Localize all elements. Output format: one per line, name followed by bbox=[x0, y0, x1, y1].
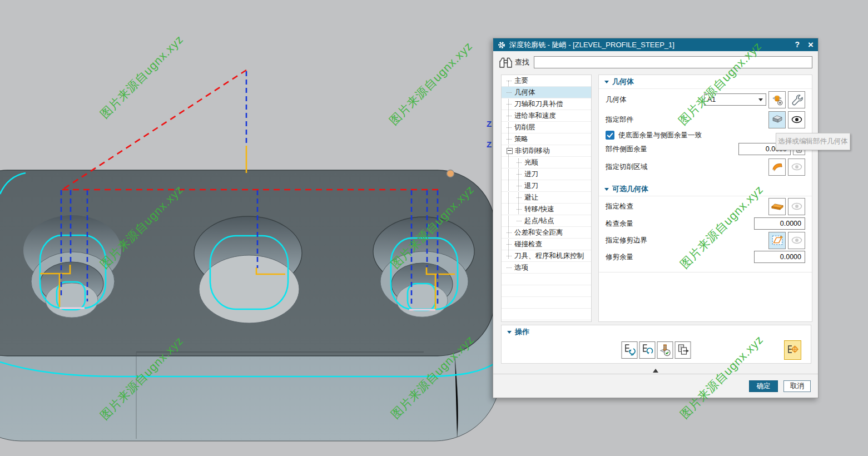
help-button[interactable]: ? bbox=[795, 38, 800, 51]
action-buttons bbox=[622, 341, 691, 359]
tree-connector bbox=[517, 197, 522, 198]
geometry-combobox[interactable]: A1 bbox=[704, 93, 766, 106]
binoculars-icon bbox=[499, 56, 513, 69]
search-row: 查找 bbox=[499, 55, 812, 70]
section-header-actions[interactable]: 操作 bbox=[502, 325, 811, 339]
dialog-nav-tree: 主要几何体刀轴和刀具补偿进给率和速度切削层策略非切削移动光顺进刀退刀避让转移/快… bbox=[501, 75, 592, 322]
search-input[interactable] bbox=[534, 56, 812, 68]
check-stock-row: 检查余量 bbox=[599, 216, 812, 231]
close-button[interactable]: × bbox=[808, 38, 814, 51]
select-check-geometry-button[interactable] bbox=[768, 198, 786, 215]
tree-connector bbox=[507, 139, 512, 140]
display-check-geometry-button[interactable] bbox=[788, 198, 805, 215]
checkbox-checked-icon[interactable] bbox=[606, 131, 614, 140]
section-header-geometry[interactable]: 几何体 bbox=[599, 75, 812, 89]
z-axis-label: Z bbox=[487, 140, 492, 148]
display-trim-boundary-button[interactable] bbox=[788, 232, 805, 249]
nav-item[interactable]: 几何体 bbox=[502, 87, 591, 98]
display-toolpath-button[interactable] bbox=[784, 340, 801, 360]
chevron-down-icon bbox=[604, 188, 609, 191]
dialog-right-panel: 几何体 几何体 A1 bbox=[598, 75, 812, 322]
nav-item-label: 几何体 bbox=[514, 88, 535, 97]
ok-button[interactable]: 确定 bbox=[749, 380, 778, 392]
nav-item-label: 避让 bbox=[524, 193, 538, 202]
panel-divider bbox=[599, 272, 812, 272]
edit-geometry-button[interactable] bbox=[788, 91, 805, 108]
nav-item[interactable]: 选项 bbox=[502, 262, 591, 274]
chevron-down-icon bbox=[758, 98, 763, 101]
tree-connector bbox=[507, 81, 512, 81]
cut-area-icon bbox=[771, 161, 783, 172]
verify-toolpath-icon bbox=[658, 343, 672, 357]
chevron-down-icon bbox=[507, 331, 512, 334]
generate-toolpath-button[interactable] bbox=[622, 341, 638, 359]
footer-divider bbox=[493, 374, 818, 374]
section-header-optional-geometry[interactable]: 可选几何体 bbox=[599, 182, 812, 196]
nav-item[interactable]: 公差和安全距离 bbox=[502, 227, 591, 239]
nav-filler-row bbox=[502, 297, 591, 309]
tree-connector bbox=[507, 92, 512, 93]
tree-connector bbox=[517, 186, 522, 186]
new-geometry-icon bbox=[771, 93, 783, 106]
nav-item[interactable]: 策略 bbox=[502, 133, 591, 145]
new-geometry-button[interactable] bbox=[768, 91, 786, 108]
eye-icon bbox=[791, 116, 802, 123]
nav-item-label: 进刀 bbox=[524, 170, 538, 179]
trim-stock-row: 修剪余量 bbox=[599, 250, 812, 264]
generate-toolpath-icon bbox=[623, 343, 636, 357]
trim-stock-label: 修剪余量 bbox=[606, 252, 633, 262]
list-output-button[interactable] bbox=[675, 341, 691, 359]
wrench-icon bbox=[791, 93, 803, 106]
nav-item-label: 进给率和速度 bbox=[514, 111, 556, 121]
nav-item[interactable]: 退刀 bbox=[502, 180, 591, 192]
nav-item[interactable]: 起点/钻点 bbox=[502, 215, 591, 227]
eye-disabled-icon bbox=[791, 236, 802, 244]
nav-item[interactable]: 切削层 bbox=[502, 122, 591, 133]
nav-item[interactable]: 进给率和速度 bbox=[502, 110, 591, 122]
display-cut-area-button[interactable] bbox=[788, 158, 805, 176]
nav-item[interactable]: 光顺 bbox=[502, 157, 591, 168]
nav-item[interactable]: 避让 bbox=[502, 192, 591, 204]
trim-stock-input[interactable] bbox=[754, 251, 805, 263]
tree-connector bbox=[517, 162, 522, 163]
collapse-minus-icon[interactable] bbox=[507, 148, 513, 154]
nav-item[interactable]: 碰撞检查 bbox=[502, 239, 591, 250]
select-cut-area-button[interactable] bbox=[768, 158, 786, 176]
replay-toolpath-button[interactable] bbox=[639, 341, 656, 359]
collapse-dialog-button[interactable] bbox=[653, 369, 658, 373]
dialog-titlebar[interactable]: 深度轮廓铣 - 陡峭 - [ZLEVEL_PROFILE_STEEP_1] ? … bbox=[493, 38, 818, 51]
specify-part-row: 指定部件 bbox=[599, 110, 812, 129]
nav-item-label: 碰撞检查 bbox=[514, 240, 542, 249]
nav-item-label: 公差和安全距离 bbox=[514, 228, 563, 237]
check-stock-input[interactable] bbox=[754, 217, 805, 230]
nav-item[interactable]: 刀轴和刀具补偿 bbox=[502, 98, 591, 110]
z-axis-label: Z bbox=[487, 120, 492, 128]
check-stock-label: 检查余量 bbox=[606, 219, 633, 229]
nav-filler-row bbox=[502, 320, 591, 322]
nav-item-label: 主要 bbox=[514, 76, 528, 86]
select-trim-boundary-button[interactable] bbox=[768, 232, 786, 249]
nav-item[interactable]: 主要 bbox=[502, 75, 591, 87]
nav-item[interactable]: 非切削移动 bbox=[502, 145, 591, 157]
search-label: 查找 bbox=[515, 57, 529, 67]
specify-trim-label: 指定修剪边界 bbox=[606, 236, 647, 245]
verify-toolpath-button[interactable] bbox=[657, 341, 673, 359]
tree-connector bbox=[507, 256, 512, 256]
tree-connector bbox=[507, 232, 512, 233]
nav-item[interactable]: 转移/快速 bbox=[502, 204, 591, 215]
tree-connector bbox=[507, 244, 512, 245]
nav-item[interactable]: 刀具、程序和机床控制 bbox=[502, 250, 591, 262]
nav-item[interactable]: 进刀 bbox=[502, 168, 591, 180]
specify-trim-row: 指定修剪边界 bbox=[599, 231, 812, 250]
cancel-button[interactable]: 取消 bbox=[783, 380, 811, 392]
nav-filler-row bbox=[502, 309, 591, 320]
trim-boundary-icon bbox=[771, 234, 783, 246]
specify-check-row: 指定检查 bbox=[599, 196, 812, 216]
part-side-stock-label: 部件侧面余量 bbox=[606, 145, 647, 154]
tree-connector bbox=[517, 209, 522, 210]
check-geometry-icon bbox=[771, 202, 784, 211]
nav-item-label: 转移/快速 bbox=[524, 205, 554, 214]
operation-dialog: 深度轮廓铣 - 陡峭 - [ZLEVEL_PROFILE_STEEP_1] ? … bbox=[493, 38, 819, 398]
display-part-button[interactable] bbox=[788, 111, 805, 128]
select-part-button[interactable] bbox=[768, 111, 786, 128]
